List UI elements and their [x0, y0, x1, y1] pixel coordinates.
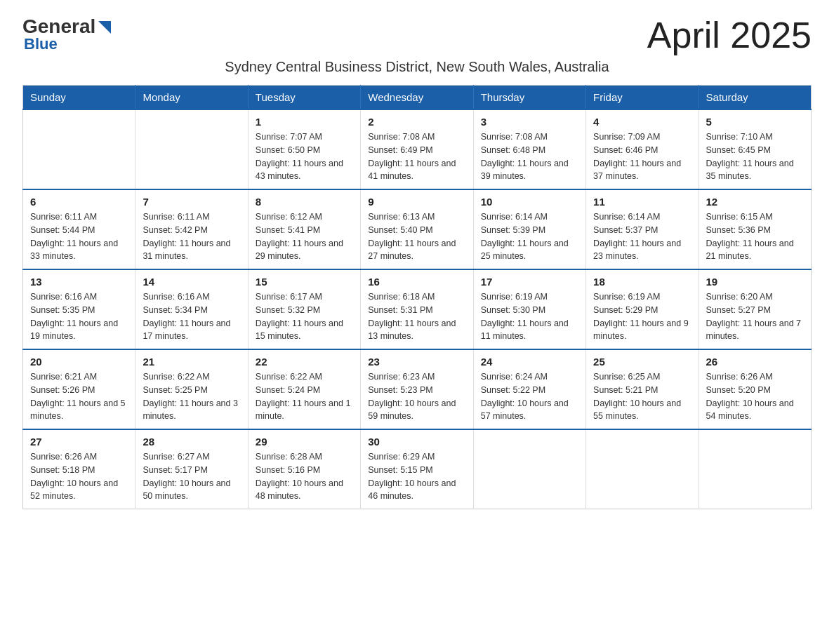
day-info: Sunrise: 6:22 AM Sunset: 5:25 PM Dayligh… — [143, 370, 240, 423]
day-number: 24 — [481, 356, 578, 368]
day-info: Sunrise: 6:28 AM Sunset: 5:16 PM Dayligh… — [256, 450, 353, 503]
day-info: Sunrise: 6:27 AM Sunset: 5:17 PM Dayligh… — [143, 450, 240, 503]
day-info: Sunrise: 6:22 AM Sunset: 5:24 PM Dayligh… — [256, 370, 353, 423]
day-number: 10 — [481, 196, 578, 208]
day-number: 4 — [593, 116, 691, 128]
day-info: Sunrise: 6:11 AM Sunset: 5:44 PM Dayligh… — [30, 210, 128, 263]
calendar-cell — [699, 429, 811, 509]
day-number: 19 — [706, 276, 804, 288]
day-number: 15 — [256, 276, 353, 288]
day-info: Sunrise: 6:16 AM Sunset: 5:34 PM Dayligh… — [143, 290, 240, 343]
day-info: Sunrise: 6:29 AM Sunset: 5:15 PM Dayligh… — [368, 450, 465, 503]
day-info: Sunrise: 6:25 AM Sunset: 5:21 PM Dayligh… — [593, 370, 691, 423]
day-number: 9 — [368, 196, 465, 208]
weekday-header-thursday: Thursday — [473, 86, 585, 110]
day-number: 27 — [30, 436, 128, 448]
day-info: Sunrise: 6:11 AM Sunset: 5:42 PM Dayligh… — [143, 210, 240, 263]
day-info: Sunrise: 6:14 AM Sunset: 5:37 PM Dayligh… — [593, 210, 691, 263]
calendar-cell: 28Sunrise: 6:27 AM Sunset: 5:17 PM Dayli… — [135, 429, 248, 509]
day-number: 18 — [593, 276, 691, 288]
calendar-cell: 26Sunrise: 6:26 AM Sunset: 5:20 PM Dayli… — [699, 349, 811, 429]
weekday-header-wednesday: Wednesday — [361, 86, 473, 110]
day-info: Sunrise: 7:09 AM Sunset: 6:46 PM Dayligh… — [593, 130, 691, 183]
weekday-header-tuesday: Tuesday — [248, 86, 360, 110]
calendar-week-5: 27Sunrise: 6:26 AM Sunset: 5:18 PM Dayli… — [23, 429, 812, 509]
calendar-cell: 30Sunrise: 6:29 AM Sunset: 5:15 PM Dayli… — [361, 429, 473, 509]
calendar-cell — [473, 429, 585, 509]
svg-marker-0 — [98, 21, 111, 34]
calendar-cell: 18Sunrise: 6:19 AM Sunset: 5:29 PM Dayli… — [586, 269, 699, 349]
calendar-cell: 13Sunrise: 6:16 AM Sunset: 5:35 PM Dayli… — [23, 269, 135, 349]
day-number: 26 — [706, 356, 804, 368]
day-number: 3 — [481, 116, 578, 128]
day-number: 25 — [593, 356, 691, 368]
calendar-week-4: 20Sunrise: 6:21 AM Sunset: 5:26 PM Dayli… — [23, 349, 812, 429]
calendar-cell: 20Sunrise: 6:21 AM Sunset: 5:26 PM Dayli… — [23, 349, 135, 429]
calendar-cell: 16Sunrise: 6:18 AM Sunset: 5:31 PM Dayli… — [361, 269, 473, 349]
weekday-header-saturday: Saturday — [699, 86, 811, 110]
day-info: Sunrise: 6:18 AM Sunset: 5:31 PM Dayligh… — [368, 290, 465, 343]
calendar-cell: 2Sunrise: 7:08 AM Sunset: 6:49 PM Daylig… — [361, 109, 473, 189]
subtitle: Sydney Central Business District, New So… — [22, 59, 812, 75]
calendar-cell: 14Sunrise: 6:16 AM Sunset: 5:34 PM Dayli… — [135, 269, 248, 349]
calendar-cell: 1Sunrise: 7:07 AM Sunset: 6:50 PM Daylig… — [248, 109, 360, 189]
day-number: 11 — [593, 196, 691, 208]
weekday-header-sunday: Sunday — [23, 86, 135, 110]
calendar-cell: 12Sunrise: 6:15 AM Sunset: 5:36 PM Dayli… — [699, 189, 811, 269]
day-number: 13 — [30, 276, 128, 288]
day-number: 12 — [706, 196, 804, 208]
calendar-cell: 15Sunrise: 6:17 AM Sunset: 5:32 PM Dayli… — [248, 269, 360, 349]
day-number: 20 — [30, 356, 128, 368]
day-info: Sunrise: 6:12 AM Sunset: 5:41 PM Dayligh… — [256, 210, 353, 263]
calendar-week-1: 1Sunrise: 7:07 AM Sunset: 6:50 PM Daylig… — [23, 109, 812, 189]
calendar-week-3: 13Sunrise: 6:16 AM Sunset: 5:35 PM Dayli… — [23, 269, 812, 349]
weekday-header-friday: Friday — [586, 86, 699, 110]
calendar-cell: 22Sunrise: 6:22 AM Sunset: 5:24 PM Dayli… — [248, 349, 360, 429]
day-number: 23 — [368, 356, 465, 368]
calendar-cell: 8Sunrise: 6:12 AM Sunset: 5:41 PM Daylig… — [248, 189, 360, 269]
calendar-cell — [23, 109, 135, 189]
day-info: Sunrise: 6:26 AM Sunset: 5:20 PM Dayligh… — [706, 370, 804, 423]
day-info: Sunrise: 6:13 AM Sunset: 5:40 PM Dayligh… — [368, 210, 465, 263]
day-info: Sunrise: 6:23 AM Sunset: 5:23 PM Dayligh… — [368, 370, 465, 423]
day-number: 7 — [143, 196, 240, 208]
calendar-cell: 7Sunrise: 6:11 AM Sunset: 5:42 PM Daylig… — [135, 189, 248, 269]
calendar-header-row: SundayMondayTuesdayWednesdayThursdayFrid… — [23, 86, 812, 110]
calendar-cell: 5Sunrise: 7:10 AM Sunset: 6:45 PM Daylig… — [699, 109, 811, 189]
day-number: 28 — [143, 436, 240, 448]
day-info: Sunrise: 7:08 AM Sunset: 6:49 PM Dayligh… — [368, 130, 465, 183]
day-info: Sunrise: 7:10 AM Sunset: 6:45 PM Dayligh… — [706, 130, 804, 183]
day-info: Sunrise: 6:19 AM Sunset: 5:29 PM Dayligh… — [593, 290, 691, 343]
calendar-cell — [586, 429, 699, 509]
day-info: Sunrise: 6:26 AM Sunset: 5:18 PM Dayligh… — [30, 450, 128, 503]
calendar-cell: 11Sunrise: 6:14 AM Sunset: 5:37 PM Dayli… — [586, 189, 699, 269]
calendar-cell: 27Sunrise: 6:26 AM Sunset: 5:18 PM Dayli… — [23, 429, 135, 509]
weekday-header-monday: Monday — [135, 86, 248, 110]
day-number: 8 — [256, 196, 353, 208]
day-number: 2 — [368, 116, 465, 128]
calendar-week-2: 6Sunrise: 6:11 AM Sunset: 5:44 PM Daylig… — [23, 189, 812, 269]
day-number: 22 — [256, 356, 353, 368]
calendar-table: SundayMondayTuesdayWednesdayThursdayFrid… — [22, 85, 812, 509]
day-info: Sunrise: 6:20 AM Sunset: 5:27 PM Dayligh… — [706, 290, 804, 343]
day-number: 16 — [368, 276, 465, 288]
page-title: April 2025 — [647, 17, 812, 53]
day-number: 21 — [143, 356, 240, 368]
calendar-cell: 25Sunrise: 6:25 AM Sunset: 5:21 PM Dayli… — [586, 349, 699, 429]
day-number: 6 — [30, 196, 128, 208]
calendar-cell: 19Sunrise: 6:20 AM Sunset: 5:27 PM Dayli… — [699, 269, 811, 349]
calendar-cell: 29Sunrise: 6:28 AM Sunset: 5:16 PM Dayli… — [248, 429, 360, 509]
header: General Blue April 2025 — [22, 17, 812, 53]
calendar-cell: 9Sunrise: 6:13 AM Sunset: 5:40 PM Daylig… — [361, 189, 473, 269]
calendar-cell: 3Sunrise: 7:08 AM Sunset: 6:48 PM Daylig… — [473, 109, 585, 189]
day-number: 14 — [143, 276, 240, 288]
day-info: Sunrise: 7:08 AM Sunset: 6:48 PM Dayligh… — [481, 130, 578, 183]
calendar-cell: 6Sunrise: 6:11 AM Sunset: 5:44 PM Daylig… — [23, 189, 135, 269]
day-number: 30 — [368, 436, 465, 448]
day-info: Sunrise: 7:07 AM Sunset: 6:50 PM Dayligh… — [256, 130, 353, 183]
day-info: Sunrise: 6:19 AM Sunset: 5:30 PM Dayligh… — [481, 290, 578, 343]
calendar-cell: 23Sunrise: 6:23 AM Sunset: 5:23 PM Dayli… — [361, 349, 473, 429]
day-number: 5 — [706, 116, 804, 128]
day-info: Sunrise: 6:24 AM Sunset: 5:22 PM Dayligh… — [481, 370, 578, 423]
day-info: Sunrise: 6:15 AM Sunset: 5:36 PM Dayligh… — [706, 210, 804, 263]
